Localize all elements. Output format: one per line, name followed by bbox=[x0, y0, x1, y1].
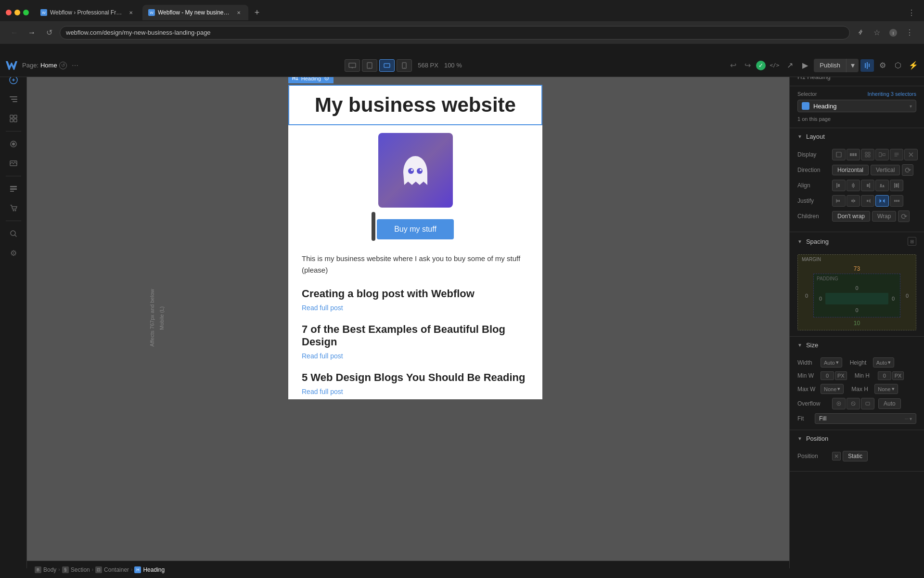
heading-text[interactable]: My business website bbox=[294, 93, 537, 117]
margin-top-input[interactable] bbox=[847, 265, 867, 272]
search-button[interactable] bbox=[5, 225, 22, 242]
fit-dropdown[interactable]: Fill ··· ▾ bbox=[815, 413, 916, 424]
blog-3-link[interactable]: Read full post bbox=[302, 388, 529, 395]
settings-panel-button[interactable]: ⚙ bbox=[876, 59, 889, 72]
padding-right-input[interactable] bbox=[888, 296, 898, 302]
direction-vertical-btn[interactable]: Vertical bbox=[871, 165, 900, 175]
components-button[interactable] bbox=[5, 110, 22, 127]
margin-right-input[interactable] bbox=[902, 293, 912, 299]
margin-bottom-input[interactable] bbox=[847, 320, 867, 327]
tab-1[interactable]: W Webflow › Professional Freelan... ✕ bbox=[35, 5, 141, 20]
url-bar[interactable]: webflow.com/design/my-new-business-landi… bbox=[60, 26, 850, 39]
publish-dropdown-arrow[interactable]: ▾ bbox=[846, 59, 859, 72]
cms-button[interactable] bbox=[5, 180, 22, 197]
maximize-button[interactable] bbox=[23, 10, 29, 15]
justify-space-between-btn[interactable] bbox=[875, 195, 889, 207]
tab-2-close[interactable]: ✕ bbox=[235, 9, 243, 16]
direction-horizontal-btn[interactable]: Horizontal bbox=[832, 165, 869, 175]
no-wrap-btn[interactable]: Don't wrap bbox=[832, 211, 870, 222]
reload-button[interactable]: ↺ bbox=[42, 26, 56, 39]
bookmark-icon[interactable]: ☆ bbox=[870, 26, 884, 39]
padding-bottom-input[interactable] bbox=[850, 307, 864, 313]
share-button[interactable]: ↗ bbox=[783, 59, 796, 72]
publish-button[interactable]: Publish ▾ bbox=[814, 59, 859, 72]
justify-center-btn[interactable] bbox=[847, 195, 860, 207]
resize-handle[interactable] bbox=[372, 212, 375, 241]
mobile-landscape-viewport-btn[interactable] bbox=[379, 59, 395, 72]
selector-input[interactable]: Heading ▾ bbox=[797, 100, 916, 112]
position-section-header[interactable]: ▼ Position bbox=[790, 430, 924, 447]
margin-left-input[interactable] bbox=[802, 293, 811, 299]
justify-end-btn[interactable] bbox=[861, 195, 874, 207]
max-w-input[interactable]: None ▾ bbox=[821, 384, 844, 394]
display-block-btn[interactable] bbox=[832, 149, 846, 160]
justify-start-btn[interactable] bbox=[832, 195, 846, 207]
padding-top-input[interactable] bbox=[850, 285, 864, 291]
code-editor-button[interactable]: </> bbox=[768, 59, 781, 72]
assets-button[interactable] bbox=[5, 155, 22, 172]
position-x-btn[interactable] bbox=[832, 452, 841, 460]
preview-button[interactable]: ▶ bbox=[798, 59, 812, 72]
size-section-header[interactable]: ▼ Size bbox=[790, 337, 924, 354]
align-stretch-btn[interactable] bbox=[890, 180, 903, 191]
interactions-panel-button[interactable]: ⬡ bbox=[891, 59, 905, 72]
overflow-slash-btn[interactable] bbox=[847, 398, 860, 409]
display-flex-btn[interactable] bbox=[847, 149, 860, 160]
style-manager-button[interactable] bbox=[5, 135, 22, 153]
display-grid-btn[interactable] bbox=[861, 149, 874, 160]
height-input[interactable]: Auto ▾ bbox=[873, 357, 895, 368]
site-settings-button[interactable]: ⚙ bbox=[5, 244, 22, 262]
wrap-btn[interactable]: Wrap bbox=[872, 211, 896, 222]
desktop-viewport-btn[interactable] bbox=[345, 59, 360, 72]
spacing-section-header[interactable]: ▼ Spacing ⊞ bbox=[790, 232, 924, 250]
tab-2[interactable]: W Webflow - My new business la... ✕ bbox=[142, 5, 248, 20]
ecommerce-panel-button[interactable]: ⚡ bbox=[907, 59, 920, 72]
align-baseline-btn[interactable] bbox=[875, 180, 889, 191]
display-inline-block-btn[interactable] bbox=[875, 149, 889, 160]
blog-1-link[interactable]: Read full post bbox=[302, 304, 529, 312]
breadcrumb-heading[interactable]: H Heading bbox=[134, 566, 165, 573]
breadcrumb-container[interactable]: ⊡ Container bbox=[95, 566, 129, 573]
navigator-button[interactable] bbox=[5, 91, 22, 108]
extensions-icon[interactable] bbox=[854, 26, 867, 39]
min-w-input[interactable] bbox=[821, 371, 834, 380]
redo-button[interactable]: ↪ bbox=[741, 59, 754, 72]
max-h-input[interactable]: None ▾ bbox=[874, 384, 898, 394]
blog-2-link[interactable]: Read full post bbox=[302, 352, 529, 360]
direction-reverse-btn[interactable]: ⟳ bbox=[902, 164, 913, 176]
breadcrumb-section[interactable]: § Section bbox=[62, 566, 90, 573]
page-settings-icon[interactable]: ↺ bbox=[59, 62, 67, 69]
overflow-visible-btn[interactable] bbox=[832, 398, 846, 409]
spacing-link-icon[interactable]: ⊞ bbox=[908, 237, 916, 246]
align-end-btn[interactable] bbox=[861, 180, 874, 191]
layout-section-header[interactable]: ▼ Layout bbox=[790, 128, 924, 145]
forward-button[interactable]: → bbox=[25, 26, 38, 39]
align-center-btn[interactable] bbox=[847, 180, 860, 191]
back-button[interactable]: ← bbox=[8, 26, 21, 39]
close-button[interactable] bbox=[6, 10, 12, 15]
minimize-button[interactable] bbox=[14, 10, 20, 15]
style-panel-button[interactable] bbox=[860, 59, 874, 72]
tab-1-close[interactable]: ✕ bbox=[127, 9, 135, 16]
page-name[interactable]: Home bbox=[40, 62, 57, 69]
width-input[interactable]: Auto ▾ bbox=[821, 357, 842, 368]
account-icon[interactable]: I bbox=[886, 26, 900, 39]
chrome-menu-icon[interactable]: ⋮ bbox=[903, 26, 916, 39]
more-options-button[interactable]: ⋯ bbox=[70, 60, 80, 71]
ecommerce-button[interactable] bbox=[5, 199, 22, 217]
more-options-icon[interactable]: ⋮ bbox=[905, 6, 918, 19]
publish-label[interactable]: Publish bbox=[814, 59, 846, 71]
display-text-btn[interactable] bbox=[890, 149, 903, 160]
buy-button[interactable]: Buy my stuff bbox=[377, 219, 454, 239]
new-tab-button[interactable]: + bbox=[250, 6, 264, 19]
mobile-portrait-viewport-btn[interactable] bbox=[397, 59, 412, 72]
tablet-viewport-btn[interactable] bbox=[362, 59, 377, 72]
undo-button[interactable]: ↩ bbox=[726, 59, 740, 72]
breadcrumb-body[interactable]: B Body bbox=[35, 566, 56, 573]
align-start-btn[interactable] bbox=[832, 180, 846, 191]
display-none-btn[interactable] bbox=[904, 149, 918, 160]
overflow-hidden-btn[interactable] bbox=[861, 398, 874, 409]
wrap-reverse-btn[interactable]: ⟳ bbox=[898, 210, 910, 222]
padding-left-input[interactable] bbox=[816, 296, 825, 302]
justify-space-around-btn[interactable] bbox=[890, 195, 903, 207]
